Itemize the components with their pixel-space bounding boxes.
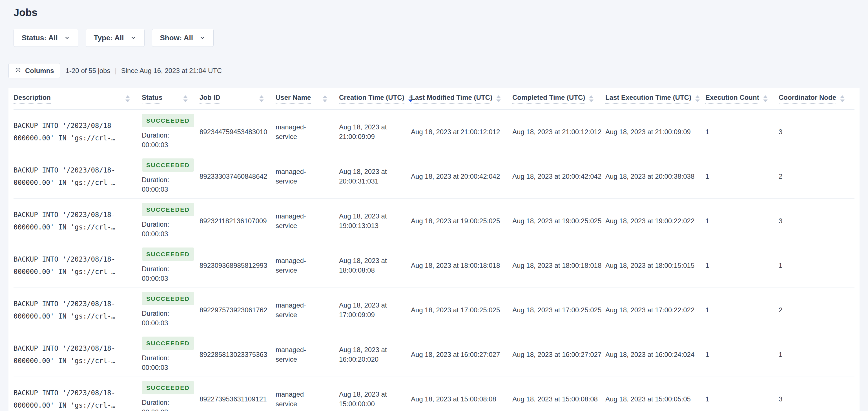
cell-execution-count: 1 [705,172,779,181]
job-description-text: BACKUP INTO '/2023/08/18-000000.00' IN '… [13,298,121,322]
status-badge: SUCCEEDED [142,247,194,261]
cell-completed-time: Aug 18, 2023 at 20:00:42:042 [513,172,606,181]
table-header-row: DescriptionStatusJob IDUser NameCreation… [13,88,855,110]
columns-button[interactable]: Columns [8,63,60,78]
cell-coordinator-node: 2 [779,305,855,315]
job-description-text: BACKUP INTO '/2023/08/18-000000.00' IN '… [13,387,121,411]
column-header-execution-count[interactable]: Execution Count [705,94,779,104]
cell-creation-time: Aug 18, 2023 at 16:00:20:020 [339,345,411,364]
cell-last-execution-time: Aug 18, 2023 at 15:00:05:05 [606,394,705,404]
sort-asc-arrow [125,95,130,98]
jobs-table: DescriptionStatusJob IDUser NameCreation… [8,88,860,411]
table-row[interactable]: BACKUP INTO '/2023/08/18-000000.00' IN '… [13,154,855,199]
cell-completed-time: Aug 18, 2023 at 18:00:18:018 [513,261,606,270]
sort-icon [259,95,264,102]
sort-desc-arrow [125,99,130,102]
column-header-label: Completed Time (UTC) [513,94,585,104]
job-duration: Duration: 00:00:03 [142,130,178,150]
page-title: Jobs [13,7,868,19]
jobs-page: Jobs Status: AllType: AllShow: All Colum… [0,0,868,411]
column-header-status[interactable]: Status [142,94,199,104]
sort-icon [840,95,845,102]
table-row[interactable]: BACKUP INTO '/2023/08/18-000000.00' IN '… [13,332,855,377]
filter-dropdown-type[interactable]: Type: All [86,29,145,47]
column-header-creation-time-utc[interactable]: Creation Time (UTC) [339,94,411,104]
cell-last-execution-time: Aug 18, 2023 at 17:00:22:022 [606,305,705,315]
cell-completed-time: Aug 18, 2023 at 19:00:25:025 [513,216,606,226]
column-header-last-execution-time-utc[interactable]: Last Execution Time (UTC) [606,94,705,104]
cell-creation-time: Aug 18, 2023 at 21:00:09:09 [339,122,411,142]
cell-last-execution-time: Aug 18, 2023 at 16:00:24:024 [606,350,705,359]
cell-last-modified-time: Aug 18, 2023 at 17:00:25:025 [411,305,513,315]
cell-description[interactable]: BACKUP INTO '/2023/08/18-000000.00' IN '… [13,209,142,233]
column-header-job-id[interactable]: Job ID [199,94,276,104]
job-duration: Duration: 00:00:03 [142,175,178,194]
cell-description[interactable]: BACKUP INTO '/2023/08/18-000000.00' IN '… [13,342,142,367]
table-row[interactable]: BACKUP INTO '/2023/08/18-000000.00' IN '… [13,288,855,332]
column-header-coordinator-node[interactable]: Coordinator Node [779,94,855,104]
column-header-completed-time-utc[interactable]: Completed Time (UTC) [513,94,606,104]
cell-creation-time-text: Aug 18, 2023 at 15:00:00:00 [339,389,398,409]
cell-completed-time: Aug 18, 2023 at 21:00:12:012 [513,127,606,137]
jobs-count-text: 1-20 of 55 jobs [66,67,111,75]
cell-user-name: managed-service [276,300,339,320]
cell-last-modified-time: Aug 18, 2023 at 20:00:42:042 [411,172,513,181]
column-header-label: Job ID [199,94,220,104]
cell-description[interactable]: BACKUP INTO '/2023/08/18-000000.00' IN '… [13,298,142,322]
cell-creation-time: Aug 18, 2023 at 19:00:13:013 [339,211,411,231]
table-row[interactable]: BACKUP INTO '/2023/08/18-000000.00' IN '… [13,199,855,243]
cell-description[interactable]: BACKUP INTO '/2023/08/18-000000.00' IN '… [13,119,142,144]
job-duration: Duration: 00:00:03 [142,309,178,328]
filter-dropdown-show[interactable]: Show: All [152,29,214,47]
cell-description[interactable]: BACKUP INTO '/2023/08/18-000000.00' IN '… [13,164,142,189]
sort-asc-arrow [496,95,501,98]
job-description-text: BACKUP INTO '/2023/08/18-000000.00' IN '… [13,164,121,189]
cell-user-name-text: managed-service [276,345,313,364]
cell-description[interactable]: BACKUP INTO '/2023/08/18-000000.00' IN '… [13,387,142,411]
cell-job-id: 892309368985812993 [199,261,276,270]
cell-creation-time-text: Aug 18, 2023 at 17:00:09:09 [339,300,398,320]
since-text: Since Aug 16, 2023 at 21:04 UTC [121,67,222,75]
cell-completed-time: Aug 18, 2023 at 17:00:25:025 [513,305,606,315]
columns-button-label: Columns [25,67,54,75]
cell-execution-count: 1 [705,216,779,226]
table-row[interactable]: BACKUP INTO '/2023/08/18-000000.00' IN '… [13,377,855,411]
column-header-label: Last Execution Time (UTC) [606,94,691,104]
sort-desc-arrow [183,99,188,102]
column-header-label: Status [142,94,162,104]
cell-coordinator-node: 3 [779,394,855,404]
cell-coordinator-node: 3 [779,127,855,137]
sort-desc-arrow [695,99,700,102]
cell-status: SUCCEEDEDDuration: 00:00:03 [142,203,199,239]
sort-desc-arrow [840,99,845,102]
cell-creation-time: Aug 18, 2023 at 18:00:08:08 [339,256,411,275]
column-header-last-modified-time-utc[interactable]: Last Modified Time (UTC) [411,94,513,104]
column-header-description[interactable]: Description [13,94,142,104]
cell-status: SUCCEEDEDDuration: 00:00:03 [142,336,199,372]
cell-user-name-text: managed-service [276,300,313,320]
cell-completed-time: Aug 18, 2023 at 16:00:27:027 [513,350,606,359]
cell-creation-time: Aug 18, 2023 at 17:00:09:09 [339,300,411,320]
cell-user-name: managed-service [276,122,339,142]
cell-creation-time: Aug 18, 2023 at 20:00:31:031 [339,167,411,186]
cell-status: SUCCEEDEDDuration: 00:00:03 [142,247,199,283]
filter-dropdown-status[interactable]: Status: All [13,29,79,47]
column-header-user-name[interactable]: User Name [276,94,339,104]
job-duration: Duration: 00:00:03 [142,264,178,283]
cell-last-execution-time: Aug 18, 2023 at 18:00:15:015 [606,261,705,270]
job-description-text: BACKUP INTO '/2023/08/18-000000.00' IN '… [13,209,121,233]
filter-dropdown-label: Show: All [160,33,193,42]
table-row[interactable]: BACKUP INTO '/2023/08/18-000000.00' IN '… [13,110,855,154]
cell-last-modified-time: Aug 18, 2023 at 19:00:25:025 [411,216,513,226]
sort-desc-arrow [589,99,593,102]
cell-coordinator-node: 3 [779,216,855,226]
table-row[interactable]: BACKUP INTO '/2023/08/18-000000.00' IN '… [13,243,855,288]
job-duration: Duration: 00:00:03 [142,219,178,239]
sort-icon [125,95,130,102]
cell-last-execution-time: Aug 18, 2023 at 21:00:09:09 [606,127,705,137]
cell-coordinator-node: 1 [779,350,855,359]
sort-asc-arrow [695,95,700,98]
cell-description[interactable]: BACKUP INTO '/2023/08/18-000000.00' IN '… [13,253,142,278]
sort-desc-arrow [496,99,501,102]
cell-coordinator-node: 1 [779,261,855,270]
